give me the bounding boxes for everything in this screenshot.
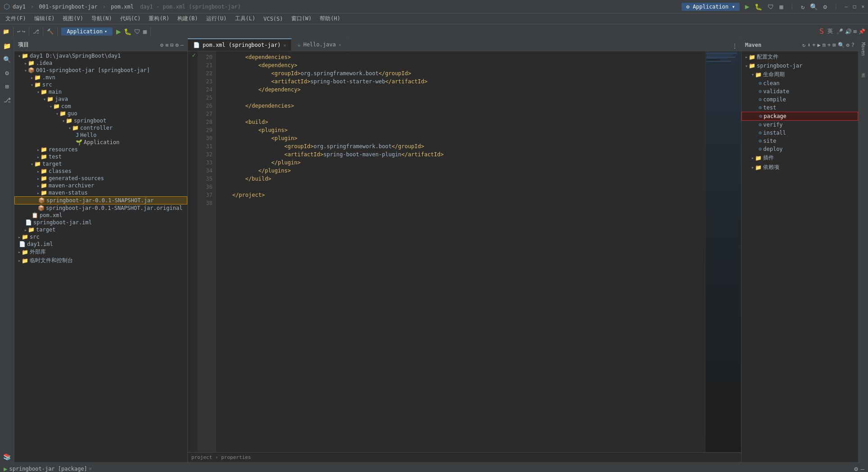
pom-tab-close[interactable]: ✕ <box>283 43 286 48</box>
tab-pom-xml[interactable]: 📄 pom.xml (springboot-jar) ✕ <box>188 38 292 51</box>
menu-item-e[interactable]: 编辑(E) <box>31 14 59 23</box>
maven-item-0[interactable]: ▸📁配置文件 <box>741 52 858 62</box>
maven-item-1[interactable]: ▾📁springboot-jar <box>741 62 858 70</box>
tree-item-27[interactable]: ▸📁外部库 <box>14 248 187 256</box>
toolbar-file-icon[interactable]: 📁 <box>3 28 9 35</box>
tree-item-10[interactable]: ▾📁controller <box>14 124 187 132</box>
menu-item-h[interactable]: 帮助(H) <box>316 14 344 23</box>
settings-button[interactable]: ⚙ <box>823 3 827 10</box>
maven-item-6[interactable]: ⊙test <box>741 104 858 112</box>
maven-item-9[interactable]: ⊙install <box>741 129 858 137</box>
tree-item-26[interactable]: 📄day1.iml <box>14 241 187 248</box>
tree-item-15[interactable]: ▾📁target <box>14 160 187 168</box>
layout-icon[interactable]: ⊞ <box>854 28 857 35</box>
tree-item-23[interactable]: 📄springboot-jar.iml <box>14 219 187 226</box>
search-everywhere-button[interactable]: 🔍 <box>810 3 818 10</box>
tree-item-21[interactable]: 📦springboot-jar-0.0.1-SNAPSHOT.jar.origi… <box>14 204 187 212</box>
menu-item-b[interactable]: 构建(B) <box>174 14 202 23</box>
tree-item-1[interactable]: ▸📁.idea <box>14 59 187 67</box>
sidebar-icon-git[interactable]: ⎇ <box>2 95 13 105</box>
run-coverage-icon[interactable]: 🛡 <box>134 28 140 35</box>
menu-item-r[interactable]: 重构(R) <box>145 14 173 23</box>
sidebar-icon-4[interactable]: ⊞ <box>3 81 10 92</box>
tree-item-19[interactable]: ▸📁maven-status <box>14 189 187 196</box>
maven-expand-icon[interactable]: ⊠ <box>832 42 836 48</box>
maven-item-5[interactable]: ⊙compile <box>741 95 858 104</box>
project-collapse-icon[interactable]: ⊟ <box>170 42 173 48</box>
menu-item-u[interactable]: 运行(U) <box>203 14 231 23</box>
update-button[interactable]: ↻ <box>801 3 805 10</box>
menu-item-f[interactable]: 文件(F) <box>2 14 30 23</box>
pin-icon[interactable]: 📌 <box>859 28 865 35</box>
win-minimize[interactable]: — <box>845 4 848 9</box>
menu-item-c[interactable]: 代码(C) <box>117 14 145 23</box>
app-run-config[interactable]: Application ▾ <box>61 27 113 36</box>
debug-icon[interactable]: 🐛 <box>124 28 131 35</box>
tree-item-3[interactable]: ▸📁.mvn <box>14 74 187 81</box>
toolbar-undo[interactable]: ↩ <box>17 28 20 35</box>
menu-item-n[interactable]: 导航(N) <box>88 14 116 23</box>
tree-item-6[interactable]: ▾📁java <box>14 95 187 103</box>
project-gear-icon[interactable]: ⚙ <box>176 42 179 48</box>
coverage-button[interactable]: 🛡 <box>768 3 774 10</box>
toolbar-redo[interactable]: ↪ <box>22 28 25 35</box>
stop-button[interactable]: ■ <box>779 3 783 10</box>
tab-hello-java[interactable]: ☕ Hello.java ✕ <box>292 38 347 51</box>
win-maximize[interactable]: □ <box>853 4 856 9</box>
tree-item-16[interactable]: ▸📁classes <box>14 168 187 175</box>
tree-item-8[interactable]: ▾📁guo <box>14 110 187 117</box>
speaker-icon[interactable]: 🔊 <box>845 28 852 35</box>
code-content[interactable]: <dependencies> <dependency> <groupId>org… <box>216 51 705 452</box>
tree-item-20[interactable]: 📦springboot-jar-0.0.1-SNAPSHOT.jar <box>14 196 187 204</box>
maven-item-4[interactable]: ⊙validate <box>741 87 858 95</box>
tree-item-9[interactable]: ▾📁springboot <box>14 117 187 124</box>
bottom-settings-icon[interactable]: ⚙ <box>854 465 858 472</box>
maven-item-12[interactable]: ▸📁插件 <box>741 153 858 163</box>
tree-item-25[interactable]: ▸📁src <box>14 233 187 241</box>
maven-item-7[interactable]: ⊙package <box>741 112 858 121</box>
sidebar-icon-bottom[interactable]: 📚 <box>1 451 13 462</box>
maven-search-icon[interactable]: 🔍 <box>838 42 845 48</box>
maven-refresh-icon[interactable]: ↻ <box>802 42 805 48</box>
tree-item-5[interactable]: ▾📁main <box>14 88 187 95</box>
tree-item-4[interactable]: ▾📁src <box>14 81 187 88</box>
maven-item-8[interactable]: ⊙verify <box>741 121 858 129</box>
menu-item-l[interactable]: 工具(L) <box>231 14 259 23</box>
sidebar-icon-2[interactable]: 🔍 <box>1 54 13 65</box>
stop-icon[interactable]: ■ <box>143 28 147 35</box>
bottom-minimize-icon[interactable]: — <box>861 465 864 472</box>
maven-run-icon[interactable]: ▶ <box>818 42 821 48</box>
maven-item-13[interactable]: ▸📁依赖项 <box>741 163 858 172</box>
maven-item-3[interactable]: ⊙clean <box>741 79 858 87</box>
tree-item-2[interactable]: ▾📦001-springboot-jar [springboot-jar] <box>14 67 187 74</box>
win-close[interactable]: ✕ <box>861 4 864 9</box>
mic-icon[interactable]: 🎤 <box>836 28 843 35</box>
maven-item-2[interactable]: ▾📁生命周期 <box>741 70 858 79</box>
app-config-button[interactable]: ⚙ Application ▾ <box>682 3 739 11</box>
menu-item-v[interactable]: 视图(V) <box>59 14 87 23</box>
editor-tab-more-icon[interactable]: ⋮ <box>728 41 741 51</box>
run-button[interactable]: ▶ <box>745 2 750 11</box>
lang-icon[interactable]: 英 <box>827 27 833 35</box>
tree-item-7[interactable]: ▾📁com <box>14 103 187 110</box>
run-icon[interactable]: ▶ <box>116 27 121 36</box>
toolbar-vcs[interactable]: ⎇ <box>33 28 39 35</box>
sidebar-icon-1[interactable]: 📁 <box>1 41 13 51</box>
tree-item-11[interactable]: JHello <box>14 132 187 139</box>
tree-item-14[interactable]: ▸📁test <box>14 153 187 160</box>
sidebar-icon-3[interactable]: ⚙ <box>3 68 10 78</box>
tree-item-17[interactable]: ▸📁generated-sources <box>14 175 187 182</box>
right-vtab-gradle[interactable]: 更多 <box>859 68 868 71</box>
maven-collapse-icon[interactable]: + <box>827 42 831 48</box>
maven-item-11[interactable]: ⊙deploy <box>741 145 858 153</box>
bottom-tab-close-icon[interactable]: ✕ <box>89 466 92 471</box>
project-sort-icon[interactable]: ≡ <box>165 42 168 48</box>
maven-settings-icon[interactable]: ⚙ <box>846 42 850 48</box>
maven-question-icon[interactable]: ? <box>851 42 854 48</box>
maven-add-icon[interactable]: + <box>812 42 815 48</box>
menu-item-vcss[interactable]: VCS(S) <box>260 15 286 23</box>
tree-item-18[interactable]: ▸📁maven-archiver <box>14 182 187 189</box>
tree-item-22[interactable]: 📋pom.xml <box>14 212 187 219</box>
maven-item-10[interactable]: ⊙site <box>741 137 858 145</box>
project-close-icon[interactable]: — <box>181 42 184 48</box>
